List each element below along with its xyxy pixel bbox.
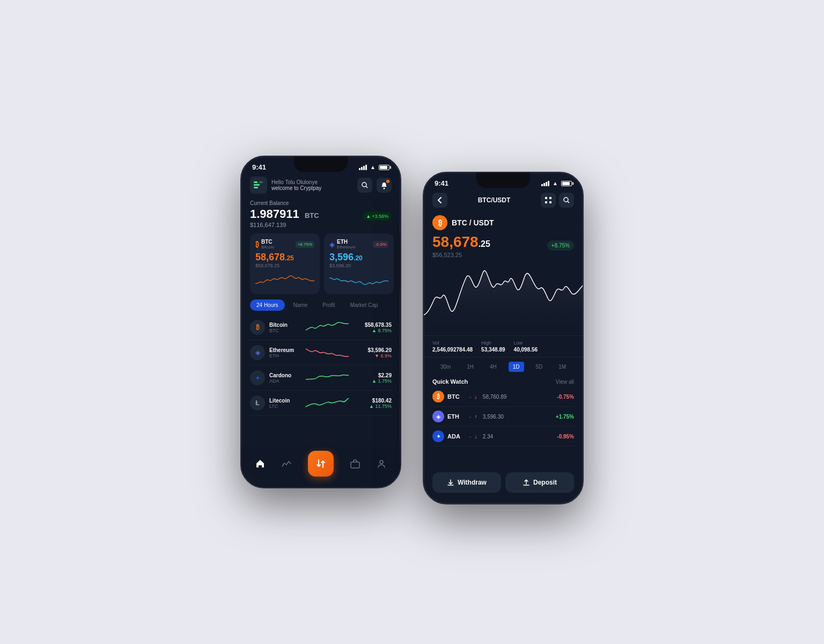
balance-label: Current Balance <box>250 200 392 206</box>
svg-point-6 <box>384 187 385 189</box>
qw-eth-change: +1.75% <box>556 414 574 420</box>
svg-line-14 <box>568 201 569 203</box>
qw-eth-price: 3,596.30 <box>483 414 553 420</box>
qw-btc-name: BTC <box>447 393 466 400</box>
svg-rect-7 <box>351 462 359 468</box>
btc-subname: Bitcoin <box>261 245 274 250</box>
phone-2-screen: 9:41 ▲ <box>424 173 583 503</box>
svg-line-5 <box>366 186 367 188</box>
eth-row-chart <box>306 345 350 361</box>
btc-name: BTC <box>261 239 274 245</box>
status-time-2: 9:41 <box>435 179 448 187</box>
deposit-button[interactable]: Deposit <box>505 472 574 493</box>
ada-row-info: Cardono ADA <box>269 372 301 384</box>
status-bar-2: 9:41 ▲ <box>424 173 583 189</box>
nav-home[interactable] <box>255 458 266 469</box>
nav-chart[interactable] <box>281 458 292 469</box>
filter-market-cap[interactable]: Market Cap <box>344 299 385 311</box>
eth-card[interactable]: ◈ ETH Ethereum -6.9% 3,596.20 $3,596.20 <box>324 233 394 294</box>
action-buttons: Withdraw Deposit <box>424 467 583 503</box>
btc-card[interactable]: ₿ BTC Bitcoin +8.75% 58,678.25 $58,678.2… <box>250 233 320 294</box>
qw-ada-price: 2.34 <box>483 434 554 440</box>
nav-swap[interactable] <box>308 451 334 477</box>
back-button[interactable] <box>432 193 447 208</box>
list-item[interactable]: ✦ Cardono ADA $2.29 <box>250 365 392 391</box>
p2-header: BTC/USDT <box>424 189 583 212</box>
btc-sparkline <box>255 273 314 289</box>
battery-icon-2 <box>561 181 572 186</box>
user-info: Hello Tolu Olulonye welcome to Cryptpay <box>250 177 321 194</box>
phone-2: 9:41 ▲ <box>423 172 584 504</box>
time-5d[interactable]: 5D <box>531 362 547 372</box>
search-button-2[interactable] <box>559 193 574 208</box>
list-item[interactable]: ₿ BTC - ↓ 58,760.89 -0.75% <box>432 387 574 407</box>
filter-name[interactable]: Name <box>287 299 314 311</box>
time-30m[interactable]: 30m <box>436 362 455 372</box>
svg-rect-10 <box>549 197 551 199</box>
bottom-nav <box>241 447 400 487</box>
phone-1: 9:41 ▲ <box>240 156 401 488</box>
qw-ada-icon: ✦ <box>432 430 444 442</box>
p1-header: Hello Tolu Olulonye welcome to Cryptpay <box>241 173 400 198</box>
ltc-row-price: $180.42 ▲ 11.75% <box>354 398 392 409</box>
list-item[interactable]: Ł Litecoin LTC $180.42 <box>250 391 392 416</box>
svg-point-4 <box>362 182 366 187</box>
nav-portfolio[interactable] <box>350 458 360 469</box>
balance-usd: $116,647.139 <box>250 222 392 228</box>
list-item[interactable]: ◈ ETH - ↑ 3,596.30 +1.75% <box>432 407 574 427</box>
btc-row-icon: ₿ <box>250 320 265 335</box>
balance-unit: BTC <box>305 211 319 219</box>
eth-row-price: $3,596.20 ▼ 6.9% <box>354 347 392 358</box>
menu-button-2[interactable] <box>541 193 556 208</box>
qw-ada-name: ADA <box>447 433 466 440</box>
time-4h[interactable]: 4H <box>485 362 501 372</box>
svg-point-8 <box>380 460 383 464</box>
ltc-row-info: Litecoin LTC <box>269 398 301 409</box>
qw-eth-name: ETH <box>447 413 466 420</box>
more-cards-btn[interactable]: ⚙ <box>398 233 400 294</box>
qw-btc-icon: ₿ <box>432 391 444 402</box>
withdraw-button[interactable]: Withdraw <box>432 472 501 493</box>
notification-button-1[interactable] <box>377 178 392 193</box>
qw-eth-icon: ◈ <box>432 411 444 422</box>
list-item[interactable]: ◈ Ethereum ETH $3,596.20 <box>250 340 392 365</box>
welcome-text: welcome to Cryptpay <box>271 185 321 191</box>
stat-high: High 53,348.89 <box>481 340 505 353</box>
nav-profile[interactable] <box>376 458 387 469</box>
svg-rect-0 <box>254 181 258 183</box>
time-1m[interactable]: 1M <box>554 362 570 372</box>
filter-profit[interactable]: Profit <box>316 299 341 311</box>
list-item[interactable]: ✦ ADA - ↓ 2.34 -0.95% <box>432 427 574 447</box>
time-1h[interactable]: 1H <box>462 362 478 372</box>
crypto-cards: ₿ BTC Bitcoin +8.75% 58,678.25 $58,678.2… <box>241 233 400 294</box>
ltc-row-chart <box>306 395 350 411</box>
coin-list: ₿ Bitcoin BTC $58,678.35 <box>241 315 400 447</box>
ada-row-chart <box>306 370 350 386</box>
eth-name: ETH <box>337 239 356 245</box>
eth-price: 3,596.20 <box>329 252 388 263</box>
view-all-button[interactable]: View all <box>556 379 574 385</box>
btc-row-chart <box>306 319 350 335</box>
price-usd: $56,523.25 <box>432 252 490 258</box>
phone-1-content: Hello Tolu Olulonye welcome to Cryptpay <box>241 173 400 487</box>
time-1d[interactable]: 1D <box>509 362 524 372</box>
quick-watch-list: ₿ BTC - ↓ 58,760.89 -0.75% ◈ ETH <box>424 387 583 447</box>
svg-rect-9 <box>545 197 547 199</box>
notification-dot <box>386 180 389 183</box>
hello-text: Hello Tolu Olulonye <box>271 179 321 185</box>
filter-24h[interactable]: 24 Hours <box>250 299 285 311</box>
phone-2-content: BTC/USDT <box>424 189 583 503</box>
signal-icon-2 <box>541 181 549 186</box>
search-button-1[interactable] <box>357 178 372 193</box>
price-main: 58,678.25 <box>432 233 490 251</box>
eth-row-icon: ◈ <box>250 345 265 360</box>
ada-row-price: $2.29 ▲ 1.75% <box>354 372 392 384</box>
balance-amount: 1.987911 BTC <box>250 207 319 221</box>
list-item[interactable]: ₿ Bitcoin BTC $58,678.35 <box>250 315 392 340</box>
status-time-1: 9:41 <box>252 163 266 171</box>
btc-row-info: Bitcoin BTC <box>269 322 301 333</box>
coin-pair-name: BTC / USDT <box>452 218 494 227</box>
status-icons-1: ▲ <box>359 164 389 170</box>
svg-rect-1 <box>254 184 260 186</box>
balance-change-badge: ▲ +3.56% <box>363 212 392 221</box>
